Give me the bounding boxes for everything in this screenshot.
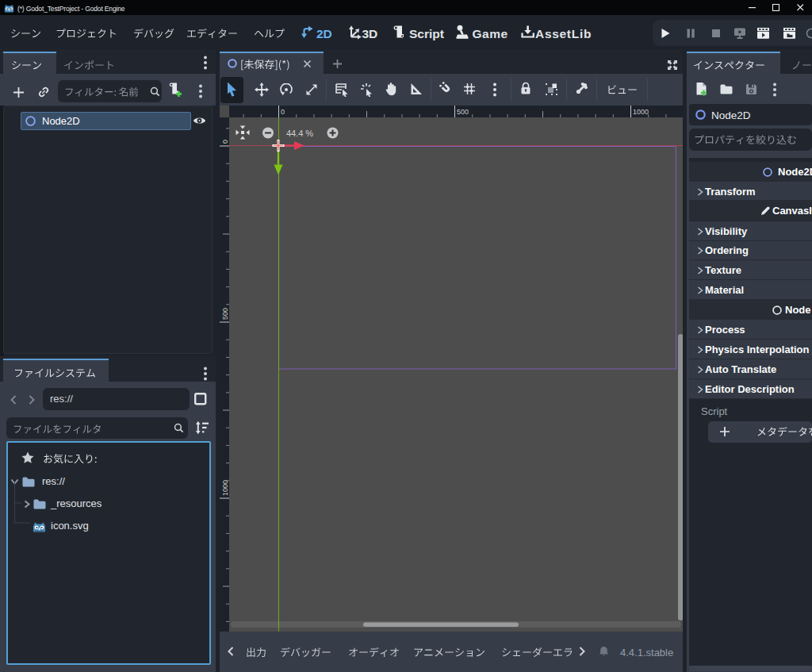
svg-text:1000: 1000 (221, 480, 229, 496)
svg-text:44.4 %: 44.4 % (286, 129, 313, 138)
svg-text:0: 0 (281, 108, 285, 116)
svg-text:1000: 1000 (633, 108, 649, 116)
svg-text:500: 500 (221, 308, 229, 320)
svg-text:0: 0 (221, 140, 229, 144)
svg-text:500: 500 (457, 108, 469, 116)
